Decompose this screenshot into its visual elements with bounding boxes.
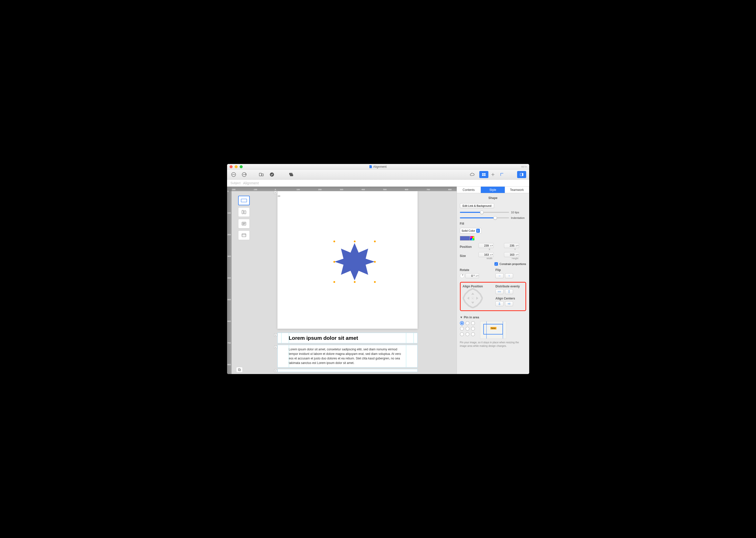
- flip-label: Flip: [495, 268, 526, 272]
- subject-value[interactable]: Alignment: [243, 181, 259, 185]
- pin-preview: New: [480, 321, 506, 339]
- body-text[interactable]: Lorem ipsum dolor sit amet, consetetur s…: [285, 345, 410, 367]
- close-window[interactable]: [230, 165, 233, 168]
- ruler-horizontal[interactable]: -200-1000100200300400500600700800: [232, 187, 457, 191]
- tips-slider[interactable]: [460, 212, 509, 213]
- flip-horizontal-button[interactable]: →: [495, 273, 503, 278]
- artboard-mobile[interactable]: [238, 207, 250, 217]
- inspector-arrange-toggle[interactable]: [489, 171, 497, 178]
- heading-block[interactable]: × Lorem ipsum dolor sit amet: [277, 333, 418, 343]
- align-position-wheel[interactable]: [463, 288, 483, 308]
- inspector-panel: Contents Style Teamwork Shape Edit Link …: [457, 187, 529, 374]
- svg-rect-34: [499, 291, 500, 292]
- rotate-dial[interactable]: [460, 274, 464, 278]
- align-section-highlight: Align Position: [460, 282, 526, 311]
- artboard-close[interactable]: ×: [274, 191, 277, 194]
- canvas-area[interactable]: -200-1000100200300400500600700800 010020…: [227, 187, 457, 374]
- align-center-horizontal-button[interactable]: [505, 301, 513, 306]
- chevron-down-icon: ▼: [460, 316, 463, 319]
- svg-point-0: [231, 172, 236, 177]
- zoom-window[interactable]: [240, 165, 243, 168]
- distribute-vertical-button[interactable]: [505, 289, 513, 294]
- devices-button[interactable]: [258, 171, 265, 178]
- svg-rect-11: [484, 175, 485, 176]
- size-width-input[interactable]: ▲▼: [479, 252, 494, 257]
- svg-marker-29: [467, 297, 469, 300]
- flip-vertical-button[interactable]: ↑: [505, 273, 513, 278]
- empty-block[interactable]: ×: [277, 369, 418, 372]
- preview-button[interactable]: [230, 171, 237, 178]
- align-center-vertical-button[interactable]: [495, 301, 503, 306]
- svg-rect-24: [238, 368, 240, 370]
- svg-rect-10: [482, 175, 484, 176]
- svg-rect-36: [508, 290, 509, 291]
- size-height-input[interactable]: ▲▼: [504, 252, 519, 257]
- svg-rect-41: [499, 304, 500, 305]
- position-y-input[interactable]: ▲▼: [504, 243, 519, 248]
- comments-button[interactable]: ✓: [288, 171, 295, 178]
- send-button[interactable]: [241, 171, 248, 178]
- inspector-style-toggle[interactable]: [479, 171, 489, 178]
- minimize-window[interactable]: [235, 165, 238, 168]
- inspector-guide-toggle[interactable]: [497, 171, 506, 178]
- svg-rect-3: [262, 174, 263, 176]
- svg-marker-28: [471, 302, 474, 304]
- block-close[interactable]: ×: [274, 346, 277, 349]
- drag-handle-icon[interactable]: [277, 195, 281, 197]
- tab-contents[interactable]: Contents: [457, 187, 481, 193]
- svg-rect-15: [242, 210, 243, 214]
- fill-color-swatch[interactable]: [460, 236, 470, 241]
- align-position-label: Align Position: [463, 285, 491, 288]
- svg-rect-38: [508, 293, 509, 293]
- svg-rect-35: [500, 291, 501, 292]
- edit-link-button[interactable]: Edit Link & Background: [460, 203, 494, 208]
- svg-rect-13: [522, 173, 523, 176]
- fill-type-select[interactable]: Solid Color▲▼: [460, 228, 482, 234]
- new-badge: New: [491, 327, 496, 329]
- fill-label: Fill: [460, 222, 526, 225]
- body-block[interactable]: × Lorem ipsum dolor sit amet, consetetur…: [277, 345, 418, 367]
- indentation-slider[interactable]: [460, 217, 509, 218]
- tab-teamwork[interactable]: Teamwork: [505, 187, 529, 193]
- svg-rect-33: [498, 291, 499, 292]
- svg-rect-43: [508, 303, 509, 304]
- artboard[interactable]: ×: [277, 191, 418, 329]
- artboard-list: [238, 196, 250, 240]
- rotate-label: Rotate: [460, 268, 491, 272]
- approve-button[interactable]: [268, 171, 275, 178]
- panel-toggle[interactable]: [517, 171, 526, 178]
- block-close[interactable]: ×: [274, 334, 277, 337]
- artboard-desktop[interactable]: [238, 196, 250, 205]
- svg-point-32: [472, 298, 473, 299]
- constrain-checkbox[interactable]: ✓: [494, 262, 498, 266]
- distribute-horizontal-button[interactable]: [495, 289, 503, 294]
- tab-style[interactable]: Style: [481, 187, 505, 193]
- svg-rect-9: [484, 173, 485, 174]
- pin-help-text: Pin your image, so it stays in place whe…: [460, 341, 526, 348]
- color-picker-button[interactable]: [470, 236, 475, 241]
- block-close[interactable]: ×: [274, 369, 277, 372]
- window-title: Alignment: [373, 165, 386, 169]
- svg-text:✓: ✓: [291, 173, 292, 175]
- subject-label: Subject: [231, 181, 241, 185]
- svg-rect-6: [290, 174, 293, 176]
- artboard-browser[interactable]: [238, 231, 250, 240]
- document-icon: [370, 165, 372, 168]
- position-x-input[interactable]: ▲▼: [479, 243, 494, 248]
- pin-anchor-grid[interactable]: [460, 321, 476, 337]
- constrain-label: Constrain proportions: [499, 262, 526, 265]
- tips-label: 10 tips: [511, 211, 526, 214]
- align-centers-label: Align Centers: [495, 297, 523, 300]
- artboard-text[interactable]: [238, 219, 250, 229]
- pin-disclosure[interactable]: ▼Pin in area: [460, 316, 526, 319]
- cloud-button[interactable]: [469, 171, 476, 178]
- heading-text[interactable]: Lorem ipsum dolor sit amet: [285, 333, 417, 343]
- pin-top-left[interactable]: [460, 321, 464, 325]
- svg-rect-8: [482, 173, 484, 174]
- ruler-vertical[interactable]: 0100200300400500600700800: [227, 191, 232, 374]
- rotate-input[interactable]: ▲▼: [465, 273, 479, 278]
- layers-button[interactable]: [236, 367, 243, 372]
- selected-star-shape[interactable]: [334, 242, 375, 282]
- svg-rect-21: [242, 234, 246, 237]
- app-window: Alignment BETA ✓ Subject Alignment -200-…: [227, 164, 529, 374]
